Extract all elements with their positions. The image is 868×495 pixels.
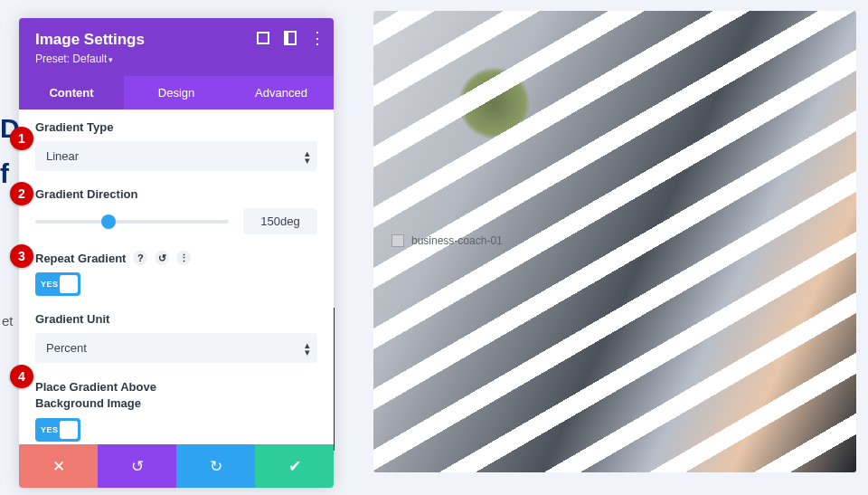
gradient-direction-slider[interactable] <box>35 220 229 224</box>
background-letter: f <box>0 158 9 189</box>
cancel-button[interactable]: ✕ <box>19 444 98 488</box>
select-value: Percent <box>46 341 87 355</box>
check-icon: ✔ <box>288 457 301 476</box>
repeat-gradient-toggle[interactable]: YES <box>35 272 80 296</box>
settings-tabs: Content Design Advanced <box>19 76 334 109</box>
field-label-line1: Place Gradient Above <box>35 380 156 394</box>
help-icon[interactable]: ? <box>133 251 147 265</box>
field-label: Gradient Direction <box>35 187 317 201</box>
toggle-knob <box>60 275 78 293</box>
expand-icon[interactable] <box>256 31 270 45</box>
field-gradient-unit: Gradient Unit Percent ▴▾ <box>35 312 317 363</box>
resize-handle-icon[interactable] <box>392 234 404 247</box>
more-menu-icon[interactable]: ⋮ <box>310 31 325 45</box>
settings-body: Gradient Type Linear ▴▾ Gradient Directi… <box>19 109 334 444</box>
chevron-down-icon: ▾ <box>108 55 113 64</box>
gradient-unit-select[interactable]: Percent ▴▾ <box>35 333 317 363</box>
close-icon: ✕ <box>52 457 65 476</box>
panel-header: Image Settings Preset: Default▾ ⋮ <box>19 18 334 76</box>
field-gradient-type: Gradient Type Linear ▴▾ <box>35 120 317 171</box>
callout-badge-4: 4 <box>10 365 33 388</box>
reset-icon[interactable]: ↺ <box>155 251 169 265</box>
field-repeat-gradient: Repeat Gradient ? ↺ ⋮ YES <box>35 251 317 296</box>
undo-button[interactable]: ↺ <box>98 444 176 488</box>
slider-thumb[interactable] <box>101 214 116 229</box>
field-label: Gradient Unit <box>35 312 317 326</box>
field-gradient-direction: Gradient Direction 150deg <box>35 187 317 234</box>
field-label: Repeat Gradient <box>35 252 126 265</box>
preset-selector[interactable]: Preset: Default▾ <box>35 52 317 65</box>
toggle-state-label: YES <box>41 280 59 289</box>
image-placeholder-handles[interactable]: business-coach-01 <box>392 234 503 247</box>
field-place-gradient-above: Place Gradient Above Background Image YE… <box>35 379 317 442</box>
page-text-fragment: et <box>2 313 14 328</box>
callout-badge-1: 1 <box>10 127 33 150</box>
tab-design[interactable]: Design <box>124 76 229 109</box>
undo-icon: ↺ <box>131 457 144 476</box>
gradient-type-select[interactable]: Linear ▴▾ <box>35 141 317 171</box>
field-label-line2: Background Image <box>35 396 141 410</box>
toggle-state-label: YES <box>41 425 59 434</box>
redo-icon: ↻ <box>210 457 222 476</box>
callout-badge-3: 3 <box>10 244 33 268</box>
callout-badge-2: 2 <box>10 182 33 205</box>
toggle-knob <box>60 421 78 439</box>
image-placeholder-label: business-coach-01 <box>411 234 503 247</box>
field-label: Gradient Type <box>35 120 317 134</box>
redo-button[interactable]: ↻ <box>176 444 255 488</box>
tab-advanced[interactable]: Advanced <box>229 76 334 109</box>
canvas-preview: business-coach-01 <box>373 11 856 472</box>
settings-panel: Image Settings Preset: Default▾ ⋮ Conten… <box>19 18 334 488</box>
select-updown-icon: ▴▾ <box>305 149 310 164</box>
select-updown-icon: ▴▾ <box>305 341 310 356</box>
more-options-icon[interactable]: ⋮ <box>176 251 191 265</box>
gradient-direction-value[interactable]: 150deg <box>243 208 317 234</box>
panel-footer: ✕ ↺ ↻ ✔ <box>19 444 334 488</box>
sidebar-toggle-icon[interactable] <box>283 31 297 45</box>
place-above-toggle[interactable]: YES <box>35 418 80 442</box>
preset-label: Preset: Default <box>35 52 107 65</box>
save-button[interactable]: ✔ <box>255 444 334 488</box>
select-value: Linear <box>46 149 79 163</box>
tab-content[interactable]: Content <box>19 76 124 109</box>
